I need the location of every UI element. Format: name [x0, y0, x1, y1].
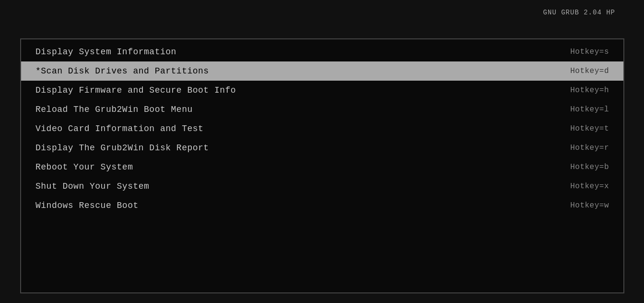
- menu-item-label: *Scan Disk Drives and Partitions: [35, 66, 209, 76]
- menu-item-video-card-info[interactable]: Video Card Information and TestHotkey=t: [21, 119, 623, 138]
- menu-item-hotkey: Hotkey=d: [551, 67, 609, 75]
- menu-item-label: Reload The Grub2Win Boot Menu: [35, 105, 193, 114]
- menu-item-scan-disk-drives[interactable]: *Scan Disk Drives and PartitionsHotkey=d: [21, 61, 623, 81]
- menu-item-hotkey: Hotkey=r: [551, 144, 609, 152]
- menu-item-label: Display Firmware and Secure Boot Info: [35, 85, 236, 95]
- menu-item-display-firmware[interactable]: Display Firmware and Secure Boot InfoHot…: [21, 81, 623, 100]
- menu-item-label: Reboot Your System: [35, 162, 133, 172]
- menu-item-hotkey: Hotkey=s: [551, 48, 609, 56]
- menu-item-label: Windows Rescue Boot: [35, 201, 139, 210]
- menu-item-display-grub2win-report[interactable]: Display The Grub2Win Disk ReportHotkey=r: [21, 138, 623, 158]
- menu-item-hotkey: Hotkey=l: [551, 105, 609, 114]
- menu-item-label: Video Card Information and Test: [35, 124, 203, 133]
- menu-item-label: Display System Information: [35, 47, 176, 57]
- menu-item-label: Display The Grub2Win Disk Report: [35, 143, 209, 153]
- menu-item-windows-rescue-boot[interactable]: Windows Rescue BootHotkey=w: [21, 196, 623, 215]
- menu-item-reload-grub2win[interactable]: Reload The Grub2Win Boot MenuHotkey=l: [21, 100, 623, 119]
- grub-menu: Display System InformationHotkey=s*Scan …: [20, 38, 624, 293]
- menu-item-hotkey: Hotkey=w: [551, 201, 609, 210]
- menu-item-label: Shut Down Your System: [35, 182, 149, 191]
- menu-item-hotkey: Hotkey=x: [551, 182, 609, 191]
- menu-item-display-system-info[interactable]: Display System InformationHotkey=s: [21, 39, 623, 61]
- grub-version-label: GNU GRUB 2.04 HP: [543, 9, 615, 16]
- menu-item-hotkey: Hotkey=h: [551, 86, 609, 95]
- menu-item-hotkey: Hotkey=b: [551, 163, 609, 171]
- menu-item-reboot-system[interactable]: Reboot Your SystemHotkey=b: [21, 158, 623, 177]
- menu-item-hotkey: Hotkey=t: [551, 124, 609, 133]
- menu-item-shut-down-system[interactable]: Shut Down Your SystemHotkey=x: [21, 177, 623, 196]
- grub-screen: GNU GRUB 2.04 HP Display System Informat…: [0, 0, 644, 303]
